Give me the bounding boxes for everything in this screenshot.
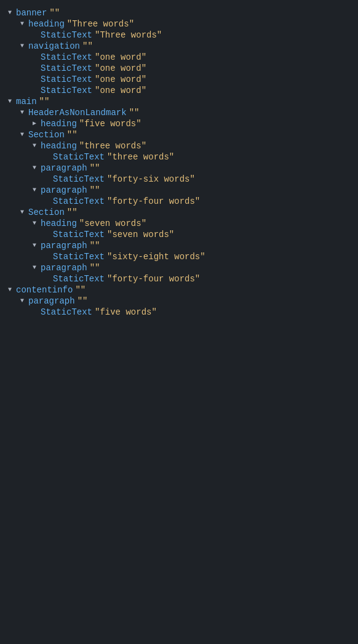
node-type-paragraph-1: paragraph xyxy=(41,163,87,173)
node-value-static-one-word-4: "one word" xyxy=(95,86,146,95)
toggle-icon-paragraph-4[interactable] xyxy=(30,263,39,273)
tree-row-navigation[interactable]: navigation"" xyxy=(5,41,353,52)
toggle-icon-banner[interactable] xyxy=(5,8,15,18)
node-type-heading-seven-words: heading xyxy=(41,219,77,228)
toggle-icon-heading-three-words-2[interactable] xyxy=(30,141,39,151)
toggle-icon-section-1[interactable] xyxy=(17,130,27,140)
node-value-static-three-words: "Three words" xyxy=(95,30,162,40)
tree-row-static-one-word-4: StaticText"one word" xyxy=(5,85,353,96)
toggle-icon-paragraph-2[interactable] xyxy=(30,185,39,195)
node-type-static-one-word-4: StaticText xyxy=(41,86,92,95)
node-type-navigation: navigation xyxy=(28,41,80,51)
toggle-icon-header-as-non-landmark[interactable] xyxy=(17,108,27,118)
node-value-static-one-word-2: "one word" xyxy=(95,63,146,73)
toggle-icon-contentinfo[interactable] xyxy=(5,285,15,295)
toggle-icon-navigation[interactable] xyxy=(17,41,27,51)
node-type-static-three-words: StaticText xyxy=(41,30,92,40)
tree-row-section-2[interactable]: Section"" xyxy=(5,207,353,218)
node-type-heading-three-words-2: heading xyxy=(41,141,77,151)
tree-row-paragraph-1[interactable]: paragraph"" xyxy=(5,163,353,174)
toggle-icon-paragraph-3[interactable] xyxy=(30,241,39,251)
node-value-static-seven-words: "seven words" xyxy=(107,230,174,239)
node-value-contentinfo: "" xyxy=(75,285,86,295)
tree-row-contentinfo[interactable]: contentinfo"" xyxy=(5,284,353,296)
tree-row-heading-three-words-2[interactable]: heading"three words" xyxy=(5,140,353,151)
node-value-paragraph-5: "" xyxy=(78,296,88,306)
node-type-static-one-word-2: StaticText xyxy=(41,63,92,73)
node-type-static-five-words: StaticText xyxy=(41,307,92,317)
node-value-paragraph-3: "" xyxy=(90,241,100,251)
node-value-heading-seven-words: "seven words" xyxy=(79,219,146,228)
toggle-icon-paragraph-1[interactable] xyxy=(30,163,39,173)
node-type-paragraph-5: paragraph xyxy=(28,296,75,306)
node-type-main: main xyxy=(16,97,37,107)
node-type-static-forty-four-2: StaticText xyxy=(53,274,105,284)
node-value-heading-three-words: "Three words" xyxy=(67,19,134,29)
tree-row-static-forty-four-2: StaticText"forty-four words" xyxy=(5,273,353,284)
tree-row-static-three-words-2: StaticText"three words" xyxy=(5,151,353,163)
node-value-static-forty-four: "forty-four words" xyxy=(107,196,200,206)
node-type-static-forty-four: StaticText xyxy=(53,196,105,206)
tree-row-static-seven-words: StaticText"seven words" xyxy=(5,229,353,240)
node-value-header-as-non-landmark: "" xyxy=(129,108,140,118)
tree-row-heading-seven-words[interactable]: heading"seven words" xyxy=(5,218,353,229)
tree-row-banner[interactable]: banner"" xyxy=(5,7,353,18)
node-value-main: "" xyxy=(39,97,50,107)
node-value-navigation: "" xyxy=(82,41,93,51)
node-value-static-sixty-eight: "sixty-eight words" xyxy=(107,252,205,262)
node-value-heading-five-words: "five words" xyxy=(79,119,141,129)
tree-row-paragraph-2[interactable]: paragraph"" xyxy=(5,185,353,196)
tree-row-heading-three-words[interactable]: heading"Three words" xyxy=(5,18,353,30)
node-type-banner: banner xyxy=(16,8,47,18)
node-type-paragraph-4: paragraph xyxy=(41,263,87,273)
node-type-static-three-words-2: StaticText xyxy=(53,152,105,162)
node-value-static-three-words-2: "three words" xyxy=(107,152,174,162)
toggle-icon-heading-three-words[interactable] xyxy=(17,19,27,29)
tree-row-section-1[interactable]: Section"" xyxy=(5,129,353,140)
node-type-static-sixty-eight: StaticText xyxy=(53,252,105,262)
node-type-static-seven-words: StaticText xyxy=(53,230,105,239)
node-type-paragraph-2: paragraph xyxy=(41,185,87,195)
node-value-paragraph-4: "" xyxy=(90,263,100,273)
tree-row-static-one-word-1: StaticText"one word" xyxy=(5,52,353,63)
tree-row-static-forty-six: StaticText"forty-six words" xyxy=(5,174,353,185)
node-type-static-one-word-1: StaticText xyxy=(41,52,92,62)
tree-row-main[interactable]: main"" xyxy=(5,96,353,107)
node-type-heading-three-words: heading xyxy=(28,19,65,29)
tree-row-heading-five-words[interactable]: heading"five words" xyxy=(5,118,353,129)
node-type-static-forty-six: StaticText xyxy=(53,174,105,184)
node-type-section-2: Section xyxy=(28,207,65,217)
node-value-heading-three-words-2: "three words" xyxy=(79,141,146,151)
toggle-icon-heading-seven-words[interactable] xyxy=(30,219,39,228)
node-type-paragraph-3: paragraph xyxy=(41,241,87,251)
node-value-static-forty-six: "forty-six words" xyxy=(107,174,195,184)
node-value-static-one-word-1: "one word" xyxy=(95,52,146,62)
node-value-static-forty-four-2: "forty-four words" xyxy=(107,274,200,284)
toggle-icon-main[interactable] xyxy=(5,97,15,107)
tree-row-paragraph-3[interactable]: paragraph"" xyxy=(5,240,353,251)
tree-row-static-forty-four: StaticText"forty-four words" xyxy=(5,196,353,207)
tree-row-header-as-non-landmark[interactable]: HeaderAsNonLandmark"" xyxy=(5,107,353,118)
tree-row-static-five-words: StaticText"five words" xyxy=(5,307,353,318)
node-value-section-2: "" xyxy=(67,207,78,217)
tree-row-static-three-words: StaticText"Three words" xyxy=(5,30,353,41)
tree-row-static-one-word-2: StaticText"one word" xyxy=(5,63,353,74)
node-type-section-1: Section xyxy=(28,130,65,140)
node-type-contentinfo: contentinfo xyxy=(16,285,73,295)
toggle-icon-paragraph-5[interactable] xyxy=(17,296,27,306)
tree-row-static-one-word-3: StaticText"one word" xyxy=(5,74,353,85)
tree-row-paragraph-4[interactable]: paragraph"" xyxy=(5,262,353,273)
accessibility-tree: banner""heading"Three words"StaticText"T… xyxy=(0,5,358,320)
tree-row-static-sixty-eight: StaticText"sixty-eight words" xyxy=(5,251,353,262)
node-value-static-one-word-3: "one word" xyxy=(95,74,146,84)
node-value-paragraph-2: "" xyxy=(90,185,100,195)
node-type-header-as-non-landmark: HeaderAsNonLandmark xyxy=(28,108,127,118)
node-value-static-five-words: "five words" xyxy=(95,307,157,317)
node-type-static-one-word-3: StaticText xyxy=(41,74,92,84)
node-value-paragraph-1: "" xyxy=(90,163,100,173)
toggle-icon-section-2[interactable] xyxy=(17,207,27,217)
node-value-section-1: "" xyxy=(67,130,78,140)
node-type-heading-five-words: heading xyxy=(41,119,77,129)
toggle-icon-heading-five-words[interactable] xyxy=(30,119,39,129)
tree-row-paragraph-5[interactable]: paragraph"" xyxy=(5,296,353,307)
